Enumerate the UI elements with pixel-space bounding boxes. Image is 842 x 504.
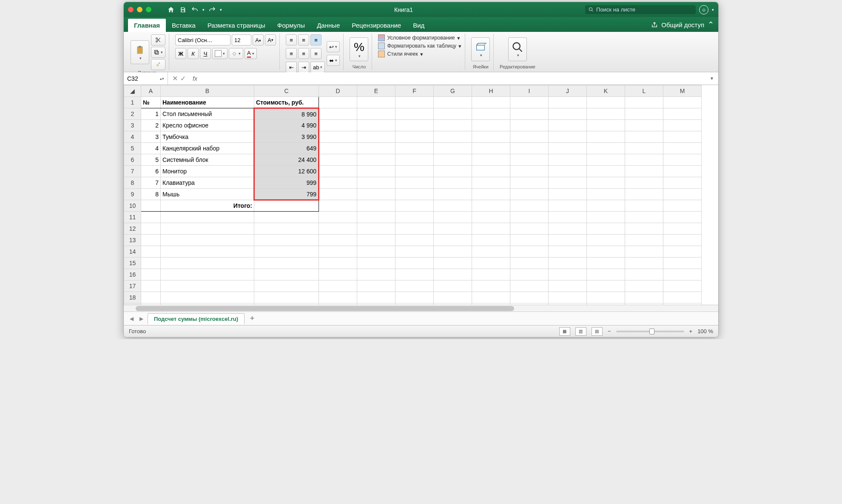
formula-input[interactable]: [200, 75, 705, 82]
number-format-button[interactable]: %: [350, 37, 368, 61]
col-header[interactable]: B: [161, 85, 254, 97]
paste-button[interactable]: [131, 40, 149, 64]
cell[interactable]: 4 990: [254, 120, 319, 131]
row-header[interactable]: 10: [124, 200, 141, 212]
font-name-select[interactable]: [175, 34, 230, 45]
align-top-button[interactable]: ≡: [286, 34, 297, 45]
page-layout-view-button[interactable]: ▥: [575, 327, 586, 336]
col-header[interactable]: G: [434, 85, 472, 97]
border-button[interactable]: [212, 48, 228, 59]
page-break-view-button[interactable]: ▤: [592, 327, 603, 336]
align-bottom-button[interactable]: ≡: [310, 34, 321, 45]
align-left-button[interactable]: ≡: [286, 48, 297, 59]
home-icon[interactable]: [167, 6, 175, 14]
cell[interactable]: 8 990: [254, 108, 319, 120]
row-header[interactable]: 5: [124, 143, 141, 154]
wrap-text-button[interactable]: ↩: [327, 41, 340, 52]
row-header[interactable]: 6: [124, 154, 141, 166]
expand-formula-icon[interactable]: ▼: [705, 76, 718, 81]
col-header[interactable]: A: [141, 85, 161, 97]
col-header[interactable]: D: [319, 85, 357, 97]
cell[interactable]: 7: [141, 177, 161, 189]
row-header[interactable]: 9: [124, 189, 141, 200]
col-header[interactable]: K: [587, 85, 625, 97]
cell[interactable]: Тумбочка: [161, 131, 254, 143]
maximize-icon[interactable]: [146, 7, 151, 12]
col-header[interactable]: I: [510, 85, 549, 97]
bold-button[interactable]: Ж: [175, 48, 186, 59]
cell[interactable]: 6: [141, 166, 161, 177]
row-header[interactable]: 14: [124, 246, 141, 258]
cell[interactable]: Итого:: [161, 200, 254, 212]
cell[interactable]: 799: [254, 189, 319, 200]
format-as-table-button[interactable]: Форматировать как таблицу ▾: [378, 42, 461, 49]
zoom-out-button[interactable]: −: [608, 328, 611, 334]
cell[interactable]: 4: [141, 143, 161, 154]
add-sheet-button[interactable]: +: [247, 314, 257, 324]
zoom-in-button[interactable]: +: [689, 328, 693, 334]
col-header[interactable]: E: [357, 85, 395, 97]
cell[interactable]: 999: [254, 177, 319, 189]
cells-button[interactable]: [471, 37, 490, 61]
search-box[interactable]: [585, 5, 696, 14]
cell[interactable]: Мышь: [161, 189, 254, 200]
decrease-font-button[interactable]: A▾: [265, 34, 276, 45]
cancel-formula-icon[interactable]: ✕: [172, 74, 178, 82]
tab-view[interactable]: Вид: [407, 19, 430, 32]
format-painter-button[interactable]: [151, 59, 165, 70]
name-box[interactable]: C32▴▾: [124, 72, 168, 85]
cell[interactable]: Системный блок: [161, 154, 254, 166]
row-header[interactable]: 11: [124, 212, 141, 223]
decrease-indent-button[interactable]: ⇤: [286, 62, 297, 73]
underline-button[interactable]: Ч: [200, 48, 211, 59]
col-header[interactable]: M: [663, 85, 702, 97]
tab-formulas[interactable]: Формулы: [271, 19, 311, 32]
increase-indent-button[interactable]: ⇥: [298, 62, 309, 73]
cell[interactable]: 3 990: [254, 131, 319, 143]
font-color-button[interactable]: А: [245, 48, 257, 59]
cut-button[interactable]: [151, 34, 165, 45]
sheet-tab[interactable]: Подсчет суммы (microexcel.ru): [148, 313, 245, 324]
share-button[interactable]: Общий доступ: [661, 21, 704, 28]
prev-sheet-button[interactable]: ◀: [128, 316, 135, 322]
enter-formula-icon[interactable]: ✓: [180, 74, 186, 82]
row-header[interactable]: 3: [124, 120, 141, 131]
zoom-slider[interactable]: [616, 331, 684, 332]
merge-button[interactable]: ⬌: [327, 55, 340, 66]
fill-color-button[interactable]: [229, 48, 243, 59]
tab-insert[interactable]: Вставка: [166, 19, 202, 32]
cell[interactable]: 24 400: [254, 154, 319, 166]
normal-view-button[interactable]: ▦: [559, 327, 570, 336]
editing-button[interactable]: [508, 37, 527, 61]
col-header[interactable]: C: [254, 85, 319, 97]
cell[interactable]: 3: [141, 131, 161, 143]
save-icon[interactable]: [179, 6, 187, 14]
cell[interactable]: 649: [254, 143, 319, 154]
conditional-formatting-button[interactable]: Условное форматирование ▾: [378, 34, 461, 41]
col-header[interactable]: J: [549, 85, 587, 97]
close-icon[interactable]: [128, 7, 134, 12]
cell[interactable]: №: [141, 97, 161, 108]
fx-icon[interactable]: fx: [190, 75, 200, 82]
cell[interactable]: 12 600: [254, 166, 319, 177]
row-header[interactable]: 1: [124, 97, 141, 108]
cell[interactable]: 1: [141, 108, 161, 120]
increase-font-button[interactable]: A▴: [253, 34, 264, 45]
horizontal-scrollbar[interactable]: [124, 305, 718, 311]
row-header[interactable]: 4: [124, 131, 141, 143]
orientation-button[interactable]: ab: [310, 62, 325, 73]
collapse-ribbon-icon[interactable]: ⌃: [708, 20, 714, 29]
feedback-icon[interactable]: ☺: [699, 5, 708, 14]
cell[interactable]: 2: [141, 120, 161, 131]
tab-review[interactable]: Рецензирование: [346, 19, 407, 32]
row-header[interactable]: 7: [124, 166, 141, 177]
align-middle-button[interactable]: ≡: [298, 34, 309, 45]
cell[interactable]: Кресло офисное: [161, 120, 254, 131]
row-header[interactable]: 16: [124, 269, 141, 280]
row-header[interactable]: 2: [124, 108, 141, 120]
tab-home[interactable]: Главная: [128, 19, 166, 32]
cell[interactable]: 8: [141, 189, 161, 200]
row-header[interactable]: 15: [124, 258, 141, 269]
align-center-button[interactable]: ≡: [298, 48, 309, 59]
col-header[interactable]: H: [472, 85, 510, 97]
